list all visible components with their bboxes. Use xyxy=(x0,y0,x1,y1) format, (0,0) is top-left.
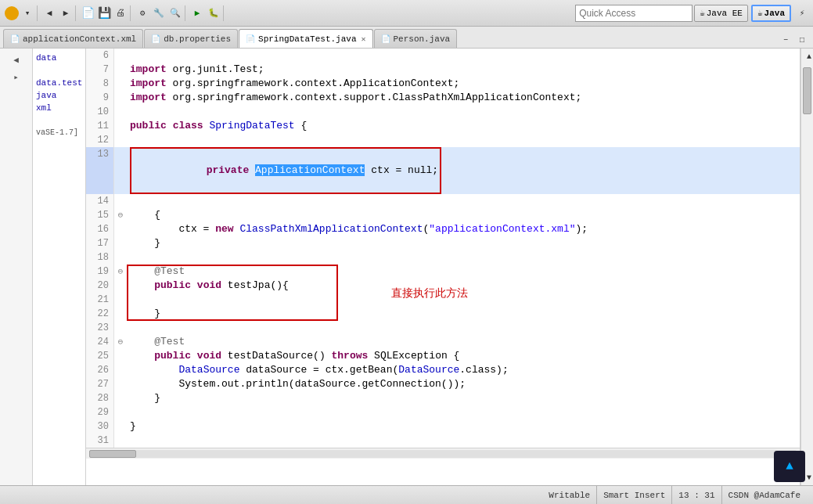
run-icon[interactable]: ▶ xyxy=(189,5,205,21)
line-arrow-25 xyxy=(114,349,127,363)
code-line-22: 22 } xyxy=(86,307,800,321)
code-line-14: 14 xyxy=(86,194,800,208)
quick-access-input[interactable] xyxy=(575,5,692,22)
code-editor[interactable]: 6 7 import org.junit.Test; 8 import org.… xyxy=(86,49,800,485)
cursor-position-status: 13 : 31 xyxy=(672,486,721,504)
left-panel: data data.test java xml vaSE-1.7] xyxy=(33,49,86,485)
line-code-22: } xyxy=(127,307,800,321)
line-code-11: public class SpringDataTest { xyxy=(127,119,800,133)
line-code-10 xyxy=(127,105,800,119)
code-line-23: 23 xyxy=(86,321,800,335)
tab-bar: 📄 applicationContext.xml 📄 db.properties… xyxy=(0,27,813,49)
line-num-13: 13 xyxy=(86,147,114,194)
line-arrow-23 xyxy=(114,321,127,335)
tab-db-properties[interactable]: 📄 db.properties xyxy=(144,29,238,48)
tool3-icon[interactable]: 🔍 xyxy=(167,5,183,21)
line-arrow-29 xyxy=(114,405,127,419)
code-line-15: 15 ⊖ { xyxy=(86,208,800,222)
new-icon[interactable]: 📄 xyxy=(80,5,95,21)
line-arrow-12 xyxy=(114,133,127,147)
line-code-19: @Test xyxy=(127,265,800,279)
print-icon[interactable]: 🖨 xyxy=(113,5,128,21)
tab-person-java[interactable]: 📄 Person.java xyxy=(374,29,458,48)
line-arrow-19: ⊖ xyxy=(114,265,127,279)
line-code-9: import org.springframework.context.suppo… xyxy=(127,91,800,105)
tab-springdatatest-java[interactable]: 📄 SpringDataTest.java ✕ xyxy=(239,29,372,48)
back-icon[interactable]: ◀ xyxy=(41,5,57,21)
code-line-25: 25 public void testDataSource() throws S… xyxy=(86,349,800,363)
line-num-26: 26 xyxy=(86,363,114,377)
collapse-sidebar-btn[interactable]: ◀ xyxy=(4,52,29,67)
code-line-12: 12 xyxy=(86,133,800,147)
line-num-18: 18 xyxy=(86,250,114,265)
tab-applicationcontext-xml[interactable]: 📄 applicationContext.xml xyxy=(3,29,143,48)
line-code-24: @Test xyxy=(127,335,800,349)
panel-item-xml[interactable]: xml xyxy=(33,102,85,114)
panel-item-java[interactable]: java xyxy=(33,89,85,102)
file-ops-group: 📄 💾 🖨 xyxy=(78,5,131,21)
panel-item-empty2 xyxy=(33,114,85,127)
save-icon[interactable]: 💾 xyxy=(96,5,112,21)
scroll-up-icon[interactable]: ▲ xyxy=(801,49,813,64)
panel-item-jre[interactable]: vaSE-1.7] xyxy=(33,127,85,139)
code-line-16: 16 ctx = new ClassPathXmlApplicationCont… xyxy=(86,222,800,236)
line-arrow-9 xyxy=(114,91,127,105)
line-code-6 xyxy=(127,49,800,63)
panel-item-empty1 xyxy=(33,64,85,77)
watermark-label: CSDN @AdamCafe xyxy=(722,486,807,504)
line-code-30: } xyxy=(127,419,800,434)
line-code-27: System.out.println(dataSource.getConnect… xyxy=(127,377,800,391)
project-icon[interactable] xyxy=(5,6,19,20)
forward-icon[interactable]: ▶ xyxy=(58,5,74,21)
tab-label: SpringDataTest.java xyxy=(258,34,356,44)
more-perspectives-icon[interactable]: ⚡ xyxy=(794,5,810,21)
line-num-11: 11 xyxy=(86,119,114,133)
line-arrow-27 xyxy=(114,377,127,391)
red-box-group-1: 直接执行此方法 19 ⊖ @Test 20 public void testJp… xyxy=(86,265,800,321)
maximize-editor-icon[interactable]: □ xyxy=(794,32,810,48)
line-num-29: 29 xyxy=(86,405,114,419)
properties-file-icon: 📄 xyxy=(151,34,160,44)
line-arrow-10 xyxy=(114,105,127,119)
code-line-30: 30 } xyxy=(86,419,800,434)
java-perspective[interactable]: ☕ Java xyxy=(751,5,791,22)
code-line-28: 28 } xyxy=(86,391,800,405)
line-code-29 xyxy=(127,405,800,419)
line-num-23: 23 xyxy=(86,321,114,335)
line-arrow-15: ⊖ xyxy=(114,208,127,222)
scrollbar-thumb-v[interactable] xyxy=(803,67,811,114)
line-arrow-7 xyxy=(114,63,127,77)
vertical-scrollbar[interactable]: ▲ ▼ xyxy=(800,49,813,485)
java-ee-icon: ☕ xyxy=(700,8,705,18)
line-arrow-18 xyxy=(114,250,127,265)
direct-execute-annotation: 直接执行此方法 xyxy=(391,286,468,301)
line-num-14: 14 xyxy=(86,194,114,208)
tab-close-icon[interactable]: ✕ xyxy=(361,34,365,44)
minimize-editor-icon[interactable]: − xyxy=(778,32,793,48)
code-content: 6 7 import org.junit.Test; 8 import org.… xyxy=(86,49,800,448)
panel-item-data[interactable]: data xyxy=(33,52,85,64)
tool2-icon[interactable]: 🔧 xyxy=(151,5,167,21)
code-line-11: 11 public class SpringDataTest { xyxy=(86,119,800,133)
line-arrow-24: ⊖ xyxy=(114,335,127,349)
java-ee-perspective[interactable]: ☕ Java EE xyxy=(694,5,748,22)
line-num-16: 16 xyxy=(86,222,114,236)
debug-icon[interactable]: 🐛 xyxy=(206,5,221,21)
line-num-17: 17 xyxy=(86,236,114,250)
menu-icon[interactable]: ▾ xyxy=(20,5,35,21)
panel-item-datatest[interactable]: data.test xyxy=(33,77,85,89)
code-line-31: 31 xyxy=(86,434,800,448)
horizontal-scrollbar[interactable] xyxy=(86,448,800,459)
line-arrow-14 xyxy=(114,194,127,208)
line-num-6: 6 xyxy=(86,49,114,63)
scrollbar-thumb[interactable] xyxy=(89,450,136,458)
csdn-watermark: ▲ xyxy=(774,451,805,482)
tool1-icon[interactable]: ⚙ xyxy=(135,5,150,21)
line-num-8: 8 xyxy=(86,77,114,91)
line-num-22: 22 xyxy=(86,307,114,321)
status-bar: Writable Smart Insert 13 : 31 CSDN @Adam… xyxy=(0,485,813,504)
line-num-12: 12 xyxy=(86,133,114,147)
toolbar-icons: ▾ ◀ ▶ 📄 💾 🖨 ⚙ 🔧 🔍 ▶ 🐛 xyxy=(3,5,574,21)
sidebar-btn-2[interactable]: ▸ xyxy=(4,69,29,85)
code-line-24: 24 ⊖ @Test xyxy=(86,335,800,349)
